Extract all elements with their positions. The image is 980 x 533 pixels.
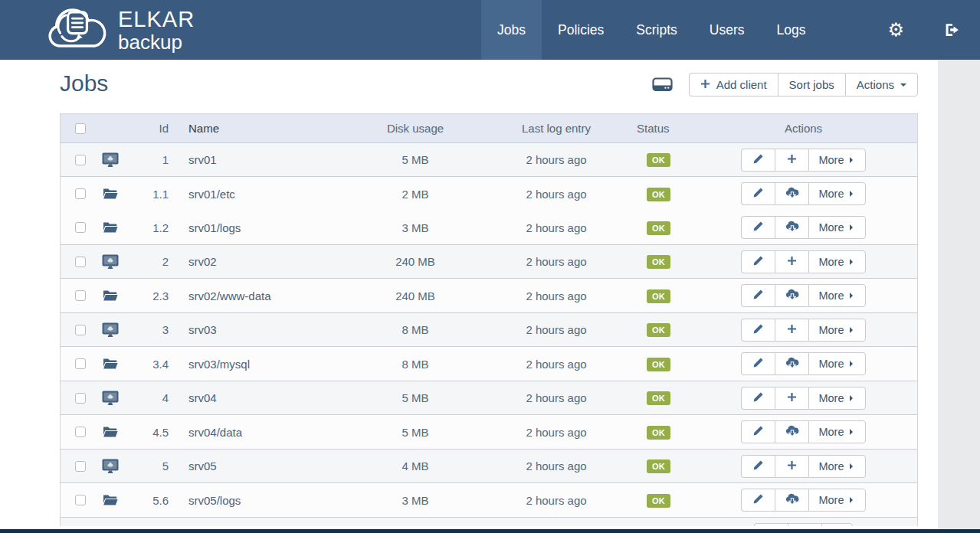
checkbox-cell [61,188,93,199]
nav-item-logs[interactable]: Logs [761,0,822,60]
row-checkbox[interactable] [75,222,86,233]
row-disk-usage: 5 MB [339,391,492,404]
row-name[interactable]: srv04/data [172,426,339,439]
more-button[interactable]: More [808,182,865,205]
more-button[interactable]: More [808,352,865,375]
more-button[interactable] [821,523,853,526]
row-name[interactable]: srv03/mysql [172,358,339,371]
row-checkbox[interactable] [75,325,86,335]
settings-gear-icon[interactable]: ⚙ [867,21,924,39]
row-checkbox[interactable] [75,358,86,369]
nav-item-policies[interactable]: Policies [542,0,620,60]
table-header-row: Id Name Disk usage Last log entry Status… [61,114,917,143]
restore-button[interactable] [775,489,808,512]
edit-button[interactable] [741,455,775,478]
nav-item-jobs[interactable]: Jobs [481,0,542,60]
row-last-log: 2 hours ago [492,358,621,371]
job-folder-icon [93,494,127,506]
add-job-button[interactable] [775,319,808,342]
nav-item-users[interactable]: Users [693,0,761,60]
restore-button[interactable] [775,420,808,443]
edit-button[interactable] [741,352,775,375]
disk-usage-icon[interactable] [652,77,673,93]
logout-icon[interactable] [924,22,980,38]
plus-icon [787,392,797,404]
row-name[interactable]: srv01/etc [172,188,339,201]
status-badge: OK [647,391,670,405]
id-column-header: Id [127,122,172,135]
status-badge: OK [647,188,670,201]
row-checkbox[interactable] [75,461,86,472]
edit-button[interactable] [741,319,775,342]
more-button[interactable]: More [808,420,865,443]
row-last-log: 2 hours ago [492,459,621,473]
edit-button[interactable] [741,149,775,172]
checkbox-cell [61,325,93,335]
more-button[interactable]: More [808,284,865,307]
edit-button[interactable] [741,250,775,273]
row-name[interactable]: srv02/www-data [172,289,339,302]
more-button[interactable]: More [808,489,865,512]
row-checkbox[interactable] [75,393,86,404]
row-name[interactable]: srv01 [172,153,339,166]
select-all-checkbox[interactable] [75,123,86,134]
add-job-button[interactable] [775,387,808,410]
edit-button[interactable] [741,387,775,410]
actions-cell: More [728,420,919,443]
add-client-button[interactable]: Add client [689,73,778,96]
edit-button[interactable] [754,523,788,526]
row-actions-group: More [741,489,865,512]
more-button[interactable]: More [808,319,865,342]
row-checkbox[interactable] [75,427,86,437]
row-checkbox[interactable] [75,155,86,165]
add-job-button[interactable] [788,523,821,526]
row-actions-group: More [741,182,865,205]
actions-dropdown-button[interactable]: Actions [845,73,918,96]
row-name[interactable]: srv03 [172,323,339,336]
cloud-restore-icon [785,425,799,440]
more-label: More [818,221,844,234]
checkbox-cell [61,461,93,472]
row-checkbox[interactable] [75,188,86,199]
row-id: 2 [127,255,172,268]
client-group: 2srv02240 MB2 hours agoOKMore2.3srv02/ww… [61,245,917,313]
row-checkbox[interactable] [75,495,86,505]
row-actions-group: More [741,319,865,342]
row-disk-usage: 2 MB [339,188,492,201]
edit-button[interactable] [741,216,775,239]
row-checkbox[interactable] [75,290,86,301]
brand-logo[interactable]: ELKAR backup [44,5,195,54]
row-name[interactable]: srv04 [172,391,339,404]
actions-column-header: Actions [728,122,919,135]
add-job-button[interactable] [775,455,808,478]
row-name[interactable]: srv02 [172,255,339,268]
chevron-right-icon [850,327,856,333]
row-name[interactable]: srv05 [172,459,339,473]
edit-button[interactable] [741,284,775,307]
restore-button[interactable] [775,352,808,375]
restore-button[interactable] [775,284,808,307]
nav-item-scripts[interactable]: Scripts [620,0,693,60]
add-job-button[interactable] [775,149,808,172]
more-button[interactable]: More [808,387,865,410]
more-button[interactable]: More [808,455,865,478]
edit-button[interactable] [741,420,775,443]
edit-button[interactable] [741,489,775,512]
row-last-log: 2 hours ago [492,323,621,336]
row-checkbox[interactable] [75,257,86,267]
client-monitor-icon [93,391,127,406]
more-button[interactable]: More [808,216,865,239]
restore-button[interactable] [775,182,808,205]
restore-button[interactable] [775,216,808,239]
more-button[interactable]: More [808,250,865,273]
more-button[interactable]: More [808,149,865,172]
row-name[interactable]: srv05/logs [172,494,339,507]
edit-button[interactable] [741,182,775,205]
client-monitor-icon [93,152,127,168]
sort-jobs-button[interactable]: Sort jobs [778,73,845,96]
row-disk-usage: 8 MB [339,358,492,371]
row-name[interactable]: srv01/logs [172,221,339,234]
status-cell: OK [621,322,728,337]
status-badge: OK [647,255,670,269]
add-job-button[interactable] [775,250,808,273]
